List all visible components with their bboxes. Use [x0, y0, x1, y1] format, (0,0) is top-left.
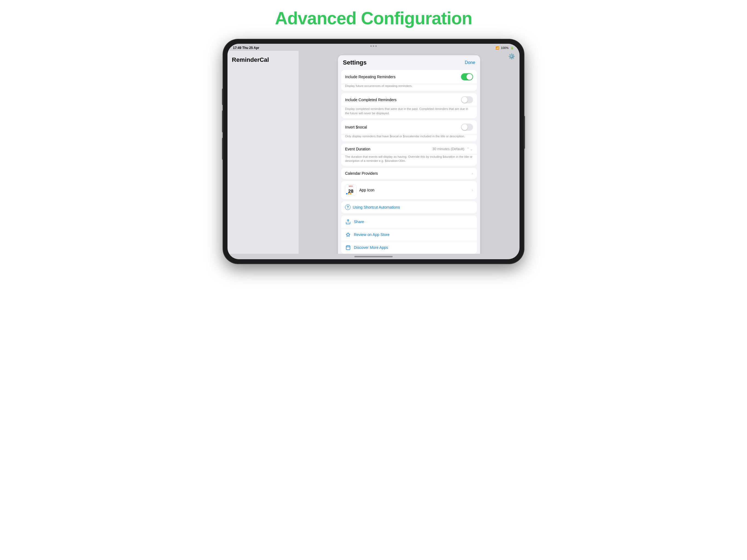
- event-duration-right: 30 minutes (Default) ⌃⌄: [432, 147, 473, 151]
- battery-icon: 🔋: [510, 46, 514, 50]
- event-duration-value: 30 minutes (Default): [432, 147, 464, 151]
- settings-title: Settings: [343, 59, 367, 66]
- discover-icon: [345, 245, 351, 251]
- shortcut-icon: ?: [345, 205, 351, 210]
- side-button-volume-down: [222, 138, 223, 160]
- completed-reminders-description: Display completed reminders that were du…: [341, 107, 477, 118]
- calendar-providers-chevron: ›: [472, 171, 473, 176]
- review-label: Review on App Store: [354, 232, 390, 237]
- app-icon-row[interactable]: WED 28: [341, 181, 477, 199]
- completed-reminders-section: Include Completed Reminders Display comp…: [341, 93, 477, 118]
- app-icon-image: WED 28: [345, 184, 357, 196]
- event-duration-section: Event Duration 30 minutes (Default) ⌃⌄ T…: [341, 144, 477, 166]
- app-icon-container: WED 28: [345, 184, 374, 196]
- share-row[interactable]: Share: [341, 215, 477, 228]
- event-duration-label: Event Duration: [345, 147, 370, 151]
- discover-row[interactable]: Discover More Apps: [341, 241, 477, 254]
- wifi-icon: 📶: [495, 46, 499, 50]
- calendar-providers-section: Calendar Providers ›: [341, 168, 477, 179]
- repeating-reminders-description: Display future occurrences of repeating …: [341, 84, 477, 91]
- review-icon: [345, 232, 351, 238]
- status-time: 17:49 Thu 25 Apr: [233, 46, 259, 50]
- done-button[interactable]: Done: [465, 60, 475, 65]
- repeating-reminders-label: Include Repeating Reminders: [345, 75, 395, 79]
- app-icon-chevron: ›: [472, 188, 473, 192]
- invert-nocal-description: Only display reminders that have $nocal …: [341, 134, 477, 141]
- status-bar: 17:49 Thu 25 Apr 📶 100% 🔋: [228, 44, 519, 51]
- cal-header: WED: [345, 184, 356, 187]
- calendar-providers-label: Calendar Providers: [345, 171, 378, 176]
- app-icon-label: App Icon: [359, 188, 374, 192]
- app-icon-section: WED 28: [341, 181, 477, 199]
- gear-button[interactable]: ⚙️: [508, 53, 515, 59]
- chevron-icon: ⌃⌄: [466, 147, 473, 151]
- side-button-top: [222, 88, 223, 105]
- device-screen: 17:49 Thu 25 Apr 📶 100% 🔋 ReminderCal ⚙️: [228, 44, 519, 259]
- repeating-reminders-toggle[interactable]: [461, 73, 473, 80]
- home-bar: [354, 256, 393, 257]
- main-content: Settings Done Include Repeating Reminder…: [299, 51, 519, 254]
- side-button-power: [524, 116, 525, 149]
- settings-body: Include Repeating Reminders Display futu…: [338, 70, 480, 254]
- share-label: Share: [354, 220, 364, 224]
- repeating-reminders-row: Include Repeating Reminders: [341, 70, 477, 84]
- shortcut-label: Using Shortcut Automations: [353, 205, 400, 209]
- invert-nocal-section: Invert $nocal Only display reminders tha…: [341, 120, 477, 141]
- invert-nocal-label: Invert $nocal: [345, 125, 367, 129]
- settings-header: Settings Done: [338, 55, 480, 68]
- event-duration-description: The duration that events will display as…: [341, 155, 477, 166]
- page-title: Advanced Configuration: [275, 8, 472, 28]
- home-indicator: [228, 254, 519, 259]
- invert-nocal-toggle[interactable]: [461, 124, 473, 131]
- svg-rect-0: [346, 246, 350, 250]
- device-frame: 17:49 Thu 25 Apr 📶 100% 🔋 ReminderCal ⚙️: [223, 40, 524, 263]
- event-duration-row[interactable]: Event Duration 30 minutes (Default) ⌃⌄: [341, 144, 477, 155]
- discover-label: Discover More Apps: [354, 245, 388, 250]
- settings-panel: Settings Done Include Repeating Reminder…: [338, 55, 480, 254]
- repeating-reminders-section: Include Repeating Reminders Display futu…: [341, 70, 477, 91]
- app-name: ReminderCal: [232, 56, 294, 63]
- invert-nocal-row: Invert $nocal: [341, 120, 477, 134]
- actions-section: Share Review on App Store: [341, 215, 477, 254]
- completed-reminders-label: Include Completed Reminders: [345, 98, 396, 102]
- side-button-volume-up: [222, 110, 223, 132]
- sidebar: ReminderCal: [228, 51, 299, 254]
- review-row[interactable]: Review on App Store: [341, 228, 477, 241]
- three-dots: [370, 45, 377, 47]
- app-area: ReminderCal ⚙️ Settings Done: [228, 51, 519, 254]
- share-icon: [345, 219, 351, 225]
- completed-reminders-row: Include Completed Reminders: [341, 93, 477, 107]
- calendar-providers-row[interactable]: Calendar Providers ›: [341, 168, 477, 179]
- status-right: 📶 100% 🔋: [495, 46, 514, 50]
- shortcut-section: ? Using Shortcut Automations: [341, 201, 477, 213]
- battery-label: 100%: [501, 46, 509, 50]
- shortcut-row[interactable]: ? Using Shortcut Automations: [341, 201, 477, 213]
- completed-reminders-toggle[interactable]: [461, 96, 473, 103]
